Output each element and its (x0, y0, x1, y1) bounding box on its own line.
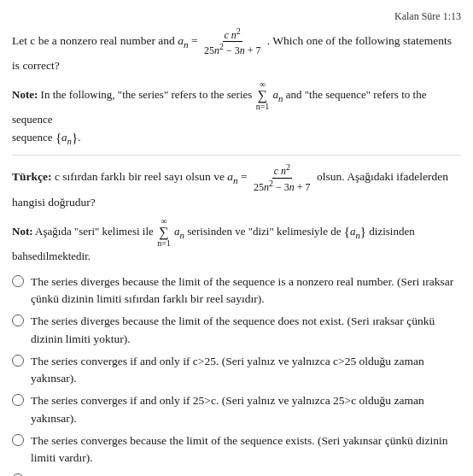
note-label: Note: (12, 88, 38, 101)
radio-a[interactable] (12, 275, 24, 287)
option-item-f[interactable]: The series diverges by the Ratio Test. (… (12, 472, 461, 476)
series-an: an (273, 88, 283, 101)
note-text-part1: In the following, "the series" refers to… (41, 88, 255, 101)
divider (12, 155, 461, 156)
option-text-c: The series converges if and only if c>25… (31, 353, 461, 388)
question-block: Let c be a nonzero real number and an = … (12, 26, 461, 265)
turkish-series-an: an (174, 225, 184, 238)
sigma-symbol: ∞ ∑ n=1 (256, 80, 270, 111)
intro-text: Let c be a nonzero real number and (12, 34, 175, 47)
option-text-e: The series converges because the limit o… (31, 432, 461, 467)
option-text-a: The series diverges because the limit of… (31, 273, 461, 309)
turkish-fraction-den: 25n2 − 3n + 7 (252, 179, 312, 193)
options-section: The series diverges because the limit of… (12, 273, 461, 476)
an-eq: an = (178, 34, 201, 47)
not-text-2: serisinden ve "dizi" kelimesiyle de {an}… (187, 225, 415, 238)
turkish-question: Türkçe: c sıfırdan farklı bir reel sayı … (12, 162, 461, 211)
option-item-c[interactable]: The series converges if and only if c>25… (12, 353, 461, 388)
option-item-a[interactable]: The series diverges because the limit of… (12, 273, 461, 309)
option-text-b: The series diverges because the limit of… (31, 313, 461, 348)
radio-d[interactable] (12, 394, 24, 406)
not-text-3: bahsedilmektedir. (12, 250, 91, 262)
radio-e[interactable] (12, 434, 24, 446)
note-sequence-text: sequence {an}. (12, 131, 80, 144)
question-intro: Let c be a nonzero real number and an = … (12, 26, 461, 75)
turkish-text: c sıfırdan farklı bir reel sayı olsun ve… (55, 170, 250, 183)
option-item-e[interactable]: The series converges because the limit o… (12, 432, 461, 467)
turkish-fraction-num: c n2 (272, 162, 292, 178)
fraction-numerator: c n2 (223, 26, 242, 42)
main-fraction: c n2 25n2 − 3n + 7 (202, 26, 263, 57)
turkish-fraction: c n2 25n2 − 3n + 7 (252, 162, 312, 193)
top-bar: Kalan Süre 1:13 (12, 9, 461, 25)
option-text-f: The series diverges by the Ratio Test. (… (31, 472, 461, 476)
not-text-1: Aşağıda "seri" kelimesi ile (35, 225, 156, 238)
note-english: Note: In the following, "the series" ref… (12, 80, 461, 148)
not-label: Not: (12, 225, 33, 238)
sigma-symbol-turkish: ∞ ∑ n=1 (157, 217, 171, 248)
option-text-d: The series converges if and only if 25>c… (31, 392, 461, 427)
note-turkish: Not: Aşağıda "seri" kelimesi ile ∞ ∑ n=1… (12, 217, 461, 265)
radio-c[interactable] (12, 355, 24, 367)
fraction-denominator: 25n2 − 3n + 7 (202, 42, 263, 56)
radio-b[interactable] (12, 314, 24, 326)
option-item-b[interactable]: The series diverges because the limit of… (12, 313, 461, 348)
timer-label: Kalan Süre 1:13 (394, 9, 461, 25)
option-item-d[interactable]: The series converges if and only if 25>c… (12, 392, 461, 427)
turkish-label: Türkçe: (12, 170, 52, 183)
